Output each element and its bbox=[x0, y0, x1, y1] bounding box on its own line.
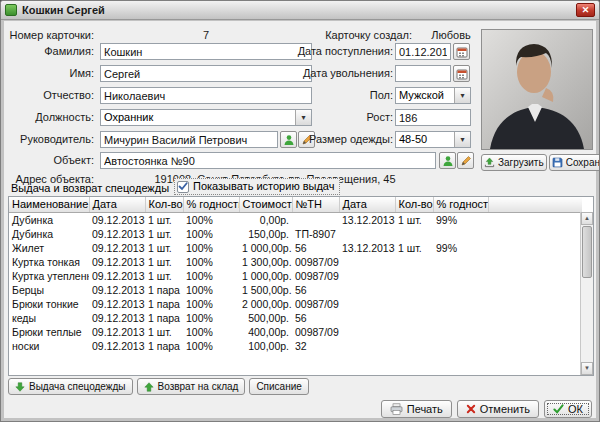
cell bbox=[488, 255, 582, 269]
cell: 56 bbox=[292, 283, 339, 297]
column-header[interactable]: Дата bbox=[89, 197, 145, 212]
height-input[interactable] bbox=[395, 109, 471, 126]
hire-date-input[interactable] bbox=[395, 43, 451, 60]
cell: 1 300,00р. bbox=[239, 255, 292, 269]
cell bbox=[339, 297, 395, 311]
cell: 1 000,00р. bbox=[239, 241, 292, 255]
lastname-label: Фамилия: bbox=[4, 43, 94, 60]
manager-input[interactable] bbox=[100, 131, 278, 148]
ok-check-icon bbox=[553, 404, 564, 414]
cell bbox=[395, 339, 433, 353]
cell: 100% bbox=[183, 241, 239, 255]
save-photo-button[interactable]: Сохранить bbox=[549, 154, 600, 171]
issue-section-title: Выдача и возврат спецодежды bbox=[11, 180, 169, 196]
table-row[interactable]: Берцы09.12.20131 пара100%1 500,00р.56 bbox=[9, 283, 582, 297]
upload-icon bbox=[484, 157, 495, 168]
column-header[interactable]: №ТН bbox=[292, 197, 339, 212]
calendar-icon bbox=[456, 68, 468, 80]
print-button[interactable]: Печать bbox=[381, 400, 452, 418]
table-row[interactable]: Куртка тонкая09.12.20131 шт.100%1 300,00… bbox=[9, 255, 582, 269]
position-select[interactable]: Охранник ▾ bbox=[100, 109, 312, 126]
scroll-up-button[interactable]: ▲ bbox=[581, 212, 593, 225]
cell bbox=[395, 311, 433, 325]
floppy-icon bbox=[552, 157, 563, 168]
scroll-down-button[interactable]: ▼ bbox=[581, 362, 593, 375]
table-row[interactable]: Дубинка09.12.20131 шт.100%0,00р.13.12.20… bbox=[9, 212, 582, 227]
cell bbox=[395, 283, 433, 297]
ok-button[interactable]: ОК bbox=[544, 400, 592, 418]
issue-workwear-button[interactable]: Выдача спецодежды bbox=[8, 378, 133, 395]
table-row[interactable]: Куртка утепленная09.12.20131 шт.100%1 00… bbox=[9, 269, 582, 283]
clothing-size-value: 48-50 bbox=[396, 132, 454, 147]
cell bbox=[433, 283, 488, 297]
cell: 100% bbox=[183, 325, 239, 339]
column-header[interactable]: Стоимость bbox=[239, 197, 292, 212]
cell bbox=[339, 325, 395, 339]
column-header[interactable]: Наименование bbox=[9, 197, 89, 212]
cell: 09.12.2013 bbox=[89, 283, 145, 297]
cell: Куртка тонкая bbox=[9, 255, 89, 269]
table-row[interactable]: Жилет09.12.20131 шт.100%1 000,00р.5613.1… bbox=[9, 241, 582, 255]
return-to-stock-button[interactable]: Возврат на склад bbox=[137, 378, 246, 395]
firstname-input[interactable] bbox=[100, 65, 312, 82]
column-header[interactable]: Кол-во bbox=[145, 197, 183, 212]
issue-table: НаименованиеДатаКол-во% годностиСтоимост… bbox=[8, 196, 594, 376]
table-row[interactable]: Дубинка09.12.20131 шт.100%150,00р.ТП-890… bbox=[9, 227, 582, 241]
cell: 1 шт. bbox=[395, 241, 433, 255]
table-row[interactable]: кеды09.12.20131 пара100%500,00р.56 bbox=[9, 311, 582, 325]
chevron-down-icon: ▾ bbox=[454, 88, 470, 103]
table-row[interactable]: Брюки тонкие09.12.20131 пара100%2 000,00… bbox=[9, 297, 582, 311]
column-header[interactable]: % годности bbox=[183, 197, 239, 212]
cell: 09.12.2013 bbox=[89, 212, 145, 227]
object-input[interactable] bbox=[100, 152, 436, 169]
clothing-size-select[interactable]: 48-50 ▾ bbox=[395, 131, 471, 148]
column-header[interactable]: Кол-во bbox=[395, 197, 433, 212]
column-header[interactable]: % годности bbox=[433, 197, 488, 212]
object-label: Объект: bbox=[4, 152, 94, 169]
gender-value: Мужской bbox=[396, 88, 454, 103]
client-area: Номер карточки: 7 Карточку создал: Любов… bbox=[4, 21, 596, 418]
card-author-label: Карточку создал: bbox=[304, 27, 412, 44]
table-row[interactable]: Брюки теплые09.12.20131 шт.100%400,00р.0… bbox=[9, 325, 582, 339]
cell: 09.12.2013 bbox=[89, 339, 145, 353]
employee-photo bbox=[481, 29, 593, 150]
gender-label: Пол: bbox=[284, 87, 393, 104]
hire-date-calendar-button[interactable] bbox=[453, 43, 470, 60]
object-edit-button[interactable] bbox=[457, 152, 474, 169]
card-author-value: Любовь bbox=[416, 27, 486, 44]
cell bbox=[488, 339, 582, 353]
cell: 0,00р. bbox=[239, 212, 292, 227]
column-header[interactable]: Дата bbox=[339, 197, 395, 212]
employee-card-window: Кошкин Сергей ✕ Номер карточки: 7 Карточ… bbox=[0, 0, 600, 422]
show-history-checkbox[interactable]: Показывать историю выдач bbox=[174, 178, 340, 195]
cell: 100% bbox=[183, 255, 239, 269]
close-button[interactable]: ✕ bbox=[576, 3, 595, 17]
cell bbox=[433, 269, 488, 283]
cell: 00987/09 bbox=[292, 297, 339, 311]
cell bbox=[488, 269, 582, 283]
load-photo-button[interactable]: Загрузить bbox=[481, 154, 547, 171]
pencil-icon bbox=[460, 155, 472, 167]
writeoff-label: Списание bbox=[256, 381, 301, 392]
cell: Дубинка bbox=[9, 212, 89, 227]
middlename-label: Отчество: bbox=[4, 87, 94, 104]
cell bbox=[488, 325, 582, 339]
lastname-input[interactable] bbox=[100, 43, 312, 60]
cell bbox=[488, 297, 582, 311]
table-row[interactable]: носки09.12.20131 пара100%100,00р.32 bbox=[9, 339, 582, 353]
table-scrollbar[interactable]: ▲ ▼ bbox=[580, 212, 593, 375]
cell: 09.12.2013 bbox=[89, 227, 145, 241]
dismiss-date-input[interactable] bbox=[395, 65, 451, 82]
cell: 500,00р. bbox=[239, 311, 292, 325]
writeoff-button[interactable]: Списание bbox=[249, 378, 308, 395]
object-pick-button[interactable] bbox=[439, 152, 456, 169]
app-icon bbox=[5, 4, 17, 16]
titlebar[interactable]: Кошкин Сергей ✕ bbox=[1, 1, 599, 20]
cell: 100% bbox=[183, 212, 239, 227]
cancel-button[interactable]: Отменить bbox=[457, 400, 539, 418]
gender-select[interactable]: Мужской ▾ bbox=[395, 87, 471, 104]
middlename-input[interactable] bbox=[100, 87, 312, 104]
scrollbar-thumb[interactable] bbox=[582, 226, 592, 278]
dismiss-date-calendar-button[interactable] bbox=[453, 65, 470, 82]
cell: 09.12.2013 bbox=[89, 255, 145, 269]
